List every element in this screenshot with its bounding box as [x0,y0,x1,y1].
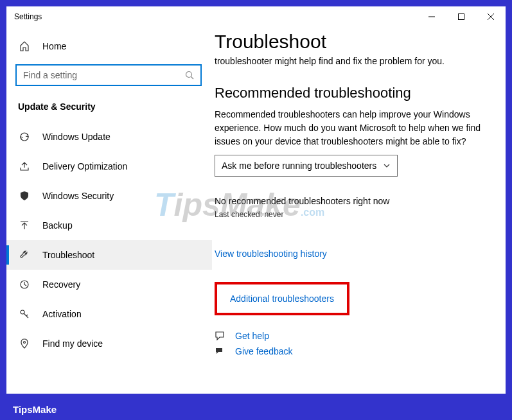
chevron-down-icon [383,162,391,170]
backup-icon [18,220,31,231]
delivery-icon [18,161,31,171]
sidebar-item-windows-security[interactable]: Windows Security [6,181,212,211]
chat-icon [215,331,227,341]
window-title: Settings [14,12,42,21]
feedback-icon [215,346,227,356]
get-help-label: Get help [235,331,269,341]
search-box[interactable] [15,64,202,86]
maximize-button[interactable] [446,6,476,27]
sidebar-item-troubleshoot[interactable]: Troubleshoot [6,240,212,270]
sidebar-item-windows-update[interactable]: Windows Update [6,122,212,152]
main-content: Troubleshoot troubleshooter might help f… [212,27,506,394]
key-icon [18,309,31,319]
sidebar: Home Update & Security Windows Update De… [6,27,212,394]
home-label: Home [42,41,66,51]
recommended-heading: Recommended troubleshooting [215,85,486,101]
sidebar-item-label: Windows Security [42,191,114,201]
sidebar-item-label: Find my device [42,338,103,349]
dropdown-value: Ask me before running troubleshooters [222,161,376,171]
give-feedback-link[interactable]: Give feedback [215,346,486,356]
search-icon [185,71,194,80]
sidebar-item-find-my-device[interactable]: Find my device [6,329,212,358]
view-history-link[interactable]: View troubleshooting history [215,249,486,259]
settings-window: Settings Home Update & Security Windows … [6,6,506,394]
brand-label: TipsMake [13,404,57,415]
sidebar-item-label: Delivery Optimization [42,161,127,171]
page-title: Troubleshoot [215,31,486,53]
sidebar-item-activation[interactable]: Activation [6,299,212,329]
titlebar: Settings [6,6,506,27]
wrench-icon [18,250,31,260]
sidebar-item-label: Recovery [42,279,80,290]
svg-rect-1 [459,14,464,20]
troubleshoot-preference-dropdown[interactable]: Ask me before running troubleshooters [215,155,398,177]
home-icon [18,41,31,51]
get-help-link[interactable]: Get help [215,331,486,341]
location-icon [18,338,31,349]
recommended-description: Recommended troubleshooters can help imp… [215,108,486,148]
sidebar-item-backup[interactable]: Backup [6,211,212,240]
svg-point-4 [186,72,192,78]
no-recommended-text: No recommended troubleshooters right now [215,196,486,206]
sidebar-item-label: Troubleshoot [42,250,94,260]
sidebar-item-delivery-optimization[interactable]: Delivery Optimization [6,152,212,181]
minimize-button[interactable] [417,6,446,27]
category-header: Update & Security [6,92,212,122]
sidebar-item-label: Windows Update [42,132,110,142]
sync-icon [18,132,31,142]
svg-line-5 [191,77,194,80]
sidebar-item-label: Backup [42,220,73,231]
svg-point-8 [24,342,26,344]
home-nav[interactable]: Home [6,33,212,59]
intro-text: troubleshooter might help find and fix t… [215,55,486,68]
give-feedback-label: Give feedback [235,346,293,356]
close-button[interactable] [476,6,506,27]
last-checked-text: Last checked: never [215,210,486,219]
sidebar-item-label: Activation [42,309,82,319]
search-input[interactable] [23,70,185,80]
highlight-box: Additional troubleshooters [215,282,349,315]
sidebar-item-recovery[interactable]: Recovery [6,270,212,299]
shield-icon [18,191,31,201]
recovery-icon [18,279,31,290]
additional-troubleshooters-link[interactable]: Additional troubleshooters [230,293,334,304]
